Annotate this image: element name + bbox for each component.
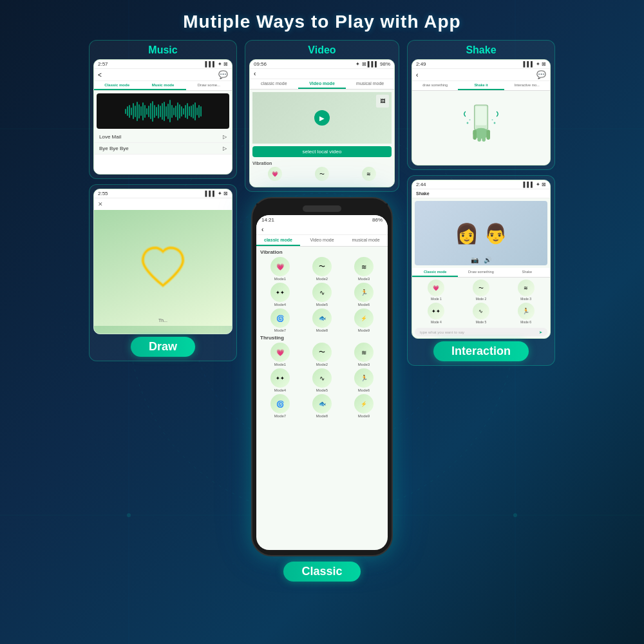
svg-point-23: [491, 119, 493, 120]
svg-rect-16: [473, 130, 477, 140]
i-mode-4[interactable]: ✦✦ Mode 4: [415, 303, 458, 324]
classic-vmode-4[interactable]: ✦✦ Mode4: [260, 283, 300, 307]
music-card: Music 2:57 ▌▌▌ ✦ ⊠ < 💬 Classic mode Musi…: [89, 40, 237, 179]
classic-vmode-1[interactable]: 💗 Mode1: [260, 257, 300, 281]
i-mode-5[interactable]: ∿ Mode 5: [460, 303, 503, 324]
shake-tab-shake[interactable]: Shake it: [458, 81, 504, 90]
music-back-btn[interactable]: <: [98, 71, 102, 79]
classic-tmode-8[interactable]: 🐟 Mode8: [302, 394, 342, 418]
interaction-tab-classic[interactable]: Classic mode: [412, 268, 458, 277]
shake-card: Shake 2:49 ▌▌▌ ✦ ⊠ ‹ 💬 draw something Sh…: [407, 40, 555, 170]
video-title: Video: [249, 44, 395, 56]
classic-tmode-7[interactable]: 🌀 Mode7: [260, 394, 300, 418]
music-tab-classic[interactable]: Classic mode: [94, 81, 140, 90]
classic-tmode-3[interactable]: ≋ Mode3: [344, 343, 384, 366]
song-1[interactable]: Love Mail▷: [94, 131, 232, 143]
music-waveform: [97, 93, 229, 129]
song-2[interactable]: Bye Bye Bye▷: [94, 143, 232, 155]
chat-placeholder: type what you want to say: [420, 330, 464, 334]
music-signal: ▌▌▌ ✦ ⊠: [205, 61, 228, 67]
classic-phone: 14:21 86% ‹ classic mode Video mode musi…: [251, 197, 393, 556]
v-mode-1-icon[interactable]: 💗: [268, 167, 282, 181]
draw-label: Draw: [131, 337, 195, 357]
interaction-tab-shake[interactable]: Shake: [504, 268, 550, 277]
draw-close-btn[interactable]: ✕: [98, 201, 103, 207]
select-video-btn[interactable]: select local video: [252, 146, 392, 157]
interaction-time: 2:44: [416, 182, 426, 187]
i-mode-3[interactable]: ≋ Mode 3: [504, 279, 547, 301]
classic-vmode-2[interactable]: 〜 Mode2: [302, 257, 342, 281]
music-tab-draw[interactable]: Draw some...: [186, 81, 232, 90]
classic-tab-video[interactable]: Video mode: [300, 235, 344, 246]
music-title: Music: [93, 44, 232, 56]
classic-tmode-9[interactable]: ⚡ Mode9: [344, 394, 384, 418]
shake-title: Shake: [412, 44, 551, 56]
classic-tmode-2[interactable]: 〜 Mode2: [302, 343, 342, 366]
svg-rect-17: [477, 131, 481, 142]
center-column: Video 09:56 ✦ ⊠ ▌▌▌ 98% ‹ classic mode V…: [245, 40, 399, 582]
svg-point-22: [494, 122, 496, 124]
video-tab-classic[interactable]: classic mode: [250, 79, 298, 89]
classic-battery: 86%: [372, 217, 383, 223]
classic-vmode-8[interactable]: 🐟 Mode8: [302, 308, 342, 332]
music-phone: 2:57 ▌▌▌ ✦ ⊠ < 💬 Classic mode Music mode…: [93, 59, 232, 175]
send-icon[interactable]: ➤: [539, 330, 542, 334]
classic-vibration-label: Vibration: [260, 249, 384, 255]
classic-tmode-5[interactable]: ∿ Mode5: [302, 368, 342, 392]
svg-point-20: [467, 122, 469, 124]
camera-icon[interactable]: 📷: [471, 256, 478, 263]
svg-rect-18: [482, 131, 486, 142]
classic-time: 14:21: [261, 217, 274, 223]
classic-vmode-3[interactable]: ≋ Mode3: [344, 257, 384, 281]
play-button[interactable]: ▶: [314, 110, 330, 126]
shake-chat-icon[interactable]: 💬: [536, 70, 546, 79]
draw-signal: ▌▌▌ ✦ ⊠: [205, 191, 228, 196]
classic-tmode-6[interactable]: 🏃 Mode6: [344, 368, 384, 392]
v-mode-2-icon[interactable]: 〜: [315, 167, 329, 181]
classic-vmode-6[interactable]: 🏃 Mode6: [344, 283, 384, 307]
shake-header-label: Shake: [412, 189, 550, 198]
i-mode-6[interactable]: 🏃 Mode 6: [504, 303, 547, 324]
svg-rect-19: [486, 130, 490, 140]
classic-tmode-1[interactable]: 💗 Mode1: [260, 343, 300, 366]
interaction-phone: 2:44 ▌▌▌ ✦ ⊠ Shake 👩 👨 📷 🔊: [412, 180, 551, 339]
music-time: 2:57: [98, 61, 108, 67]
shake-time: 2:49: [416, 61, 426, 67]
classic-tmode-4[interactable]: ✦✦ Mode4: [260, 368, 300, 392]
shake-tab-draw[interactable]: draw something: [412, 81, 458, 90]
classic-label: Classic: [283, 562, 360, 582]
shake-back-btn[interactable]: ‹: [416, 71, 418, 79]
video-card: Video 09:56 ✦ ⊠ ▌▌▌ 98% ‹ classic mode V…: [245, 40, 399, 192]
classic-back-btn[interactable]: ‹: [261, 226, 263, 233]
music-chat-icon[interactable]: 💬: [218, 70, 228, 79]
interaction-card: 2:44 ▌▌▌ ✦ ⊠ Shake 👩 👨 📷 🔊: [407, 175, 555, 366]
v-mode-3-icon[interactable]: ≋: [362, 167, 376, 181]
chat-input[interactable]: type what you want to say ➤: [415, 328, 547, 336]
video-tab-musical[interactable]: musical mode: [346, 79, 394, 89]
classic-thrusting-label: Thrusting: [260, 335, 384, 341]
shake-tab-interactive[interactable]: Interactive mo...: [504, 81, 550, 90]
classic-vmode-5[interactable]: ∿ Mode5: [302, 283, 342, 307]
svg-rect-14: [476, 106, 487, 125]
video-time: 09:56: [254, 61, 267, 67]
i-mode-1[interactable]: 💗 Mode 1: [415, 279, 458, 301]
interaction-tab-draw[interactable]: Draw something: [458, 268, 504, 277]
classic-tab-musical[interactable]: musical mode: [344, 235, 388, 246]
audio-icon[interactable]: 🔊: [484, 256, 491, 263]
draw-screen[interactable]: Th...: [94, 210, 232, 326]
video-tab-video[interactable]: Video mode: [298, 79, 346, 89]
video-call-display: 👩 👨 📷 🔊: [415, 201, 547, 265]
phone-notch: [303, 205, 341, 212]
classic-vmode-9[interactable]: ⚡ Mode9: [344, 308, 384, 332]
video-back-btn[interactable]: ‹: [254, 70, 256, 77]
video-thumbnail: 🛏️ ▶ 🖼: [252, 92, 392, 144]
draw-card: 2:55 ▌▌▌ ✦ ⊠ ✕ Th... Draw: [89, 184, 237, 361]
music-tab-music[interactable]: Music mode: [140, 81, 185, 90]
interaction-signal: ▌▌▌ ✦ ⊠: [524, 182, 546, 187]
classic-vmode-7[interactable]: 🌀 Mode7: [260, 308, 300, 332]
draw-time: 2:55: [98, 191, 108, 196]
i-mode-2[interactable]: 〜 Mode 2: [460, 279, 503, 301]
classic-tab-classic[interactable]: classic mode: [256, 235, 300, 246]
video-phone: 09:56 ✦ ⊠ ▌▌▌ 98% ‹ classic mode Video m…: [249, 59, 395, 187]
video-vibration-label: Vibration: [252, 161, 392, 166]
